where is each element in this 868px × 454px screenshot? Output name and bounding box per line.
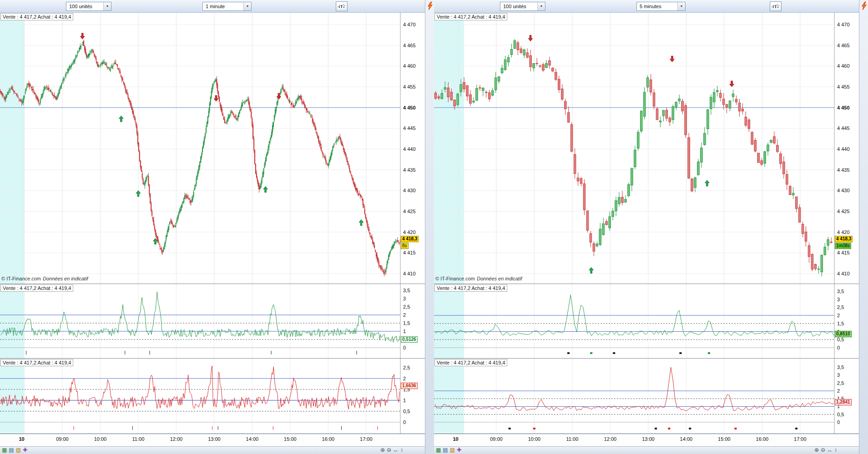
charting-workspace: 100 unités ▼ 1 minute ▼ xyxy=(0,0,868,454)
last-price-tag: 4 418,3 1m08s xyxy=(835,236,858,249)
date-label: 10 xyxy=(12,436,32,442)
watermark: © IT-Finance.comDonnées en indicatif xyxy=(1,276,88,281)
svg-text:4 415: 4 415 xyxy=(837,250,850,255)
timeframe-dropdown[interactable]: 1 minute ▼ xyxy=(202,2,252,11)
svg-text:4 470: 4 470 xyxy=(403,22,416,27)
bottom-toolbar-icon[interactable]: ↕ xyxy=(834,447,837,454)
svg-text:4 460: 4 460 xyxy=(837,63,850,69)
bottom-toolbar-icon[interactable]: ▧ xyxy=(450,447,455,454)
bottom-toolbar-icon[interactable]: ▧ xyxy=(16,447,21,454)
time-tick-label: 09:00 xyxy=(486,436,506,442)
units-dropdown[interactable]: 100 unités ▼ xyxy=(500,2,545,11)
svg-text:2,5: 2,5 xyxy=(403,304,410,309)
watermark: © IT-Finance.comDonnées en indicatif xyxy=(435,276,522,281)
svg-text:0,5: 0,5 xyxy=(403,409,410,414)
indicator-value-tag: 0,8510 xyxy=(835,331,858,337)
svg-text:3,5: 3,5 xyxy=(403,288,410,293)
time-tick-label: 13:00 xyxy=(204,436,224,442)
lightning-icon[interactable] xyxy=(427,1,433,10)
svg-text:4 415: 4 415 xyxy=(403,250,416,255)
svg-text:4 430: 4 430 xyxy=(837,188,850,193)
svg-text:4 420: 4 420 xyxy=(837,229,850,235)
time-tick-label: 15:00 xyxy=(280,436,300,442)
svg-text:1: 1 xyxy=(403,398,406,403)
bottom-toolbar-icon[interactable]: ✚ xyxy=(457,447,461,454)
panel-toolbar: 100 unités ▼ 5 minutes ▼ xyxy=(434,0,859,13)
chart-panel-5min: 100 unités ▼ 5 minutes ▼ xyxy=(434,0,868,454)
svg-text:2,5: 2,5 xyxy=(403,365,410,370)
lightning-icon[interactable] xyxy=(861,1,867,10)
price-chart[interactable]: 4 4704 4654 4604 4554 4504 4454 4404 435… xyxy=(434,13,859,284)
panel-toolbar: 100 unités ▼ 1 minute ▼ xyxy=(0,0,425,13)
bottom-toolbar-icon[interactable]: ▦ xyxy=(436,447,441,454)
timeframe-dropdown[interactable]: 5 minutes ▼ xyxy=(636,2,686,11)
price-chart[interactable]: 4 4704 4654 4604 4554 4504 4454 4404 435… xyxy=(0,13,425,284)
svg-text:2: 2 xyxy=(837,388,840,394)
svg-text:1: 1 xyxy=(403,329,406,334)
bottom-toolbar-icon[interactable]: ⊖ xyxy=(387,447,391,454)
time-tick-label: 16:00 xyxy=(752,436,772,442)
bottom-toolbar-icon[interactable]: ▤ xyxy=(443,447,448,454)
bottom-toolbar-icon[interactable]: ▤ xyxy=(9,447,14,454)
indicator-chart-red[interactable]: 00,511,522,533,5 xyxy=(434,359,859,434)
side-strip xyxy=(425,0,434,454)
bottom-toolbar-icon[interactable]: ✚ xyxy=(23,447,27,454)
indicator-section-red: 00,511,522,5 Vente : 4 417,2 Achat : 4 4… xyxy=(0,358,425,434)
bottom-toolbar: ▦▤▧✚⊕⊖↔↕ xyxy=(434,446,859,454)
side-strip xyxy=(859,0,868,454)
bottom-toolbar-icon[interactable]: ⊕ xyxy=(380,447,385,454)
chart-style-button[interactable] xyxy=(336,1,348,11)
quote-label: Vente : 4 417,2 Achat : 4 419,4 xyxy=(434,359,507,366)
time-tick-label: 14:00 xyxy=(676,436,696,442)
svg-text:0: 0 xyxy=(837,419,840,425)
time-tick-label: 16:00 xyxy=(318,436,338,442)
svg-text:3: 3 xyxy=(837,297,840,302)
svg-text:4 445: 4 445 xyxy=(837,125,850,131)
bottom-toolbar-icon[interactable]: ↔ xyxy=(393,447,399,454)
chevron-down-icon: ▼ xyxy=(103,2,111,10)
indicator-chart-green[interactable]: 00,511,522,533,5 xyxy=(434,284,859,358)
indicator-green-value: 0,5126 xyxy=(401,336,418,343)
last-price-value: 4 418,3 xyxy=(835,236,853,242)
svg-text:4 430: 4 430 xyxy=(403,188,416,193)
bottom-toolbar-icon[interactable]: ↕ xyxy=(400,447,403,454)
units-dropdown[interactable]: 100 unités ▼ xyxy=(66,2,111,11)
svg-text:4 445: 4 445 xyxy=(403,125,416,131)
time-tick-label: 14:00 xyxy=(242,436,262,442)
chart-style-button[interactable] xyxy=(770,1,782,11)
svg-text:0: 0 xyxy=(403,345,406,350)
units-value: 100 unités xyxy=(69,4,92,9)
svg-text:3: 3 xyxy=(837,372,840,378)
indicator-section-green: 00,511,522,533,5 Vente : 4 417,2 Achat :… xyxy=(434,284,859,358)
svg-text:2: 2 xyxy=(403,376,406,381)
watermark-note: Données en indicatif xyxy=(43,276,88,281)
chevron-down-icon: ▼ xyxy=(677,2,685,10)
bottom-toolbar-icon[interactable]: ↔ xyxy=(827,447,833,454)
indicator-chart-red[interactable]: 00,511,522,5 xyxy=(0,359,425,434)
svg-text:4 455: 4 455 xyxy=(837,84,850,90)
time-tick-label: 15:00 xyxy=(714,436,734,442)
quote-label: Vente : 4 417,2 Achat : 4 419,4 xyxy=(0,359,73,366)
chart-panel-1min: 100 unités ▼ 1 minute ▼ xyxy=(0,0,434,454)
svg-text:4 425: 4 425 xyxy=(403,209,416,214)
indicator-chart-green[interactable]: 00,511,522,533,5 xyxy=(0,284,425,358)
svg-text:4 435: 4 435 xyxy=(403,167,416,173)
bottom-toolbar-icon[interactable]: ⊕ xyxy=(814,447,819,454)
svg-text:4 410: 4 410 xyxy=(837,271,850,276)
chevron-down-icon: ▼ xyxy=(243,2,251,10)
units-value: 100 unités xyxy=(503,4,526,9)
svg-text:1,5: 1,5 xyxy=(403,320,410,326)
indicator-section-red: 00,511,522,533,5 Vente : 4 417,2 Achat :… xyxy=(434,358,859,434)
svg-text:4 450: 4 450 xyxy=(837,105,850,110)
svg-text:4 440: 4 440 xyxy=(837,146,850,152)
bottom-toolbar-icon[interactable]: ⊖ xyxy=(821,447,825,454)
svg-text:4 435: 4 435 xyxy=(837,167,850,173)
chart-style-icon xyxy=(338,3,346,9)
indicator-value-tag: 1,6636 xyxy=(401,383,424,389)
quote-label: Vente : 4 417,2 Achat : 4 419,4 xyxy=(0,284,73,292)
indicator-section-green: 00,511,522,533,5 Vente : 4 417,2 Achat :… xyxy=(0,284,425,358)
svg-text:3,5: 3,5 xyxy=(837,364,844,370)
bottom-toolbar-icon[interactable]: ▦ xyxy=(2,447,7,454)
time-tick-label: 12:00 xyxy=(166,436,186,442)
indicator-red-value: 1,2841 xyxy=(835,399,852,405)
